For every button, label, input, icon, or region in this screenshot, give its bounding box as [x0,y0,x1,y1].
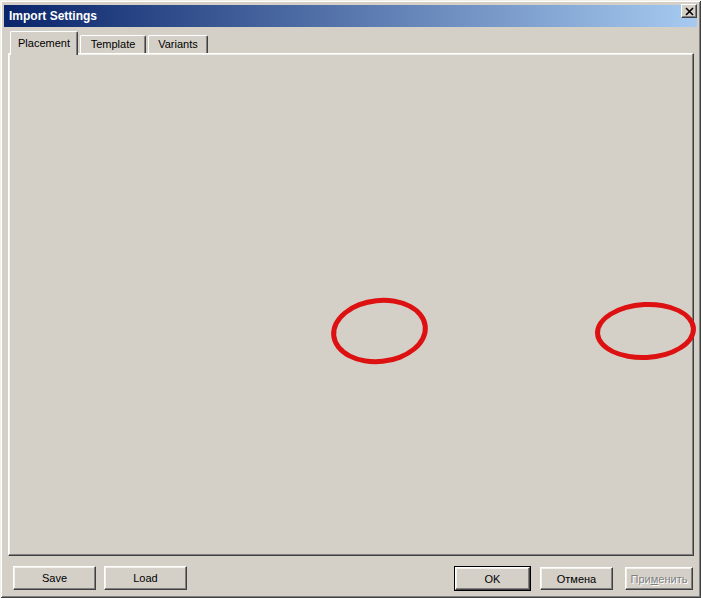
title-bar[interactable]: Import Settings [4,5,697,27]
ok-label: OK [485,573,501,585]
close-button[interactable] [681,4,697,18]
placement-tab-page [8,53,694,556]
cancel-button[interactable]: Отмена [540,567,613,590]
apply-label: Применить [631,573,688,585]
apply-button[interactable]: Применить [625,567,693,590]
ok-button[interactable]: OK [455,567,530,590]
load-button[interactable]: Load [104,566,187,590]
save-label: Save [42,572,67,584]
close-icon [685,7,694,16]
tab-template[interactable]: Template [80,35,146,53]
save-button[interactable]: Save [13,566,96,590]
cancel-label: Отмена [557,573,596,585]
tab-placement[interactable]: Placement [10,31,78,55]
import-settings-dialog: Import Settings Placement Template Varia… [0,0,701,598]
window-title: Import Settings [4,9,97,23]
load-label: Load [133,572,157,584]
tab-variants[interactable]: Variants [148,35,208,53]
